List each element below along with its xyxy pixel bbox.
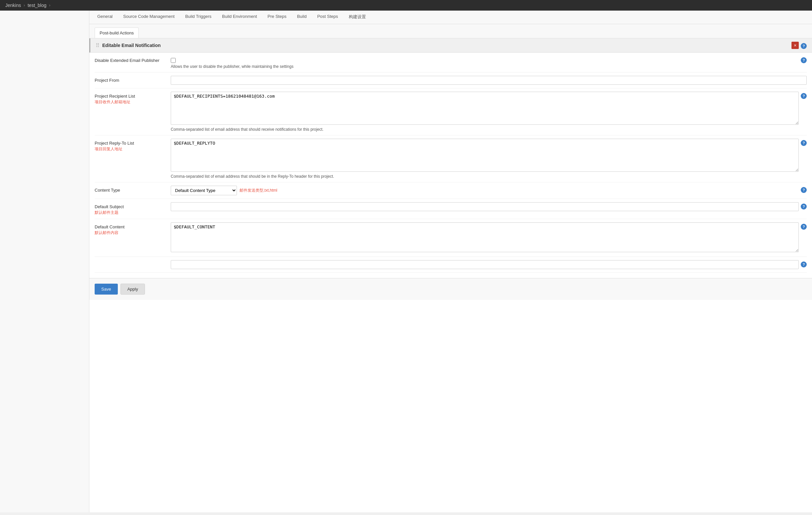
disable-publisher-help-icon[interactable]: ? (801, 57, 807, 63)
project-recipient-list-inner: $DEFAULT_RECIPIENTS=18621048481@163.com … (171, 92, 799, 132)
project-from-label: Project From (95, 78, 166, 83)
project-replyto-list-help-icon[interactable]: ? (801, 140, 807, 146)
default-content-textarea[interactable]: $DEFAULT_CONTENT (171, 222, 799, 252)
section-close-button[interactable]: × (791, 42, 799, 49)
tab-build[interactable]: Build (292, 10, 312, 24)
project-replyto-list-textarea[interactable]: $DEFAULT_REPLYTO (171, 139, 799, 172)
sidebar (0, 10, 89, 512)
content-type-label-col: Content Type (95, 186, 171, 193)
nav-tabs: General Source Code Management Build Tri… (89, 10, 812, 24)
project-recipient-list-annotation: 项目收件人邮箱地址 (95, 99, 166, 105)
tab-build-environment[interactable]: Build Environment (217, 10, 262, 24)
project-recipient-list-row: Project Recipient List 项目收件人邮箱地址 $DEFAUL… (95, 88, 807, 135)
default-subject-label: Default Subject (95, 204, 166, 209)
email-notification-section-header: ⠿ Editable Email Notification × ? (89, 38, 812, 53)
next-section-label-col (95, 260, 171, 262)
project-replyto-list-help-text: Comma-separated list of email address th… (171, 174, 799, 179)
project-replyto-list-row: Project Reply-To List 项目回复人地址 $DEFAULT_R… (95, 135, 807, 182)
project-replyto-list-control-col: $DEFAULT_REPLYTO Comma-separated list of… (171, 139, 807, 179)
next-section-control-col: ? (171, 260, 807, 269)
tab-build-settings[interactable]: 构建设置 (344, 10, 371, 24)
content-type-select-group: Default Content Type HTML Plain Text Bot… (171, 186, 799, 195)
content-type-label: Content Type (95, 188, 166, 193)
project-replyto-list-label-col: Project Reply-To List 项目回复人地址 (95, 139, 171, 152)
disable-publisher-row: Disable Extended Email Publisher Allows … (95, 53, 807, 73)
default-content-control-col: $DEFAULT_CONTENT ? (171, 222, 807, 253)
section-help-icon[interactable]: ? (801, 43, 807, 49)
content-type-help-icon[interactable]: ? (801, 187, 807, 193)
default-subject-annotation: 默认邮件主题 (95, 210, 166, 216)
main-content: General Source Code Management Build Tri… (89, 10, 812, 512)
project-recipient-list-label: Project Recipient List (95, 94, 166, 98)
project-from-inner (171, 76, 807, 85)
project-replyto-list-inner: $DEFAULT_REPLYTO Comma-separated list of… (171, 139, 799, 179)
content-type-select[interactable]: Default Content Type HTML Plain Text Bot… (171, 186, 237, 195)
topbar: Jenkins › test_blog › (0, 0, 812, 10)
save-button[interactable]: Save (95, 284, 118, 294)
default-content-label-col: Default Content 默认邮件内容 (95, 222, 171, 236)
content-type-control-col: Default Content Type HTML Plain Text Bot… (171, 186, 807, 195)
apply-button[interactable]: Apply (120, 284, 145, 294)
tab-post-steps[interactable]: Post Steps (312, 10, 344, 24)
disable-publisher-checkbox[interactable] (171, 58, 176, 63)
disable-publisher-label: Disable Extended Email Publisher (95, 58, 166, 63)
content-type-inner: Default Content Type HTML Plain Text Bot… (171, 186, 799, 195)
disable-publisher-checkbox-row (171, 56, 799, 63)
next-section-input[interactable] (171, 260, 799, 269)
default-subject-inner: $DEFAULT_SUBJECT (171, 202, 799, 211)
default-content-row: Default Content 默认邮件内容 $DEFAULT_CONTENT … (95, 219, 807, 257)
breadcrumb-chevron-2: › (49, 3, 50, 8)
project-recipient-list-control-col: $DEFAULT_RECIPIENTS=18621048481@163.com … (171, 92, 807, 132)
default-subject-label-col: Default Subject 默认邮件主题 (95, 202, 171, 216)
content-type-annotation: 邮件发送类型,txt,html (239, 188, 277, 193)
disable-publisher-label-col: Disable Extended Email Publisher (95, 56, 171, 63)
section-header-left: ⠿ Editable Email Notification (96, 42, 161, 49)
default-content-help-icon[interactable]: ? (801, 224, 807, 230)
drag-handle-icon[interactable]: ⠿ (96, 42, 99, 49)
project-from-row: Project From (95, 73, 807, 88)
tab-build-triggers[interactable]: Build Triggers (180, 10, 217, 24)
project-from-input[interactable] (171, 76, 807, 85)
project-replyto-list-label: Project Reply-To List (95, 141, 166, 146)
next-section-help-icon[interactable]: ? (801, 261, 807, 267)
content-type-row: Content Type Default Content Type HTML P… (95, 182, 807, 199)
project-recipient-list-help-text: Comma-separated list of email address th… (171, 127, 799, 132)
default-subject-input[interactable]: $DEFAULT_SUBJECT (171, 202, 799, 211)
default-content-inner: $DEFAULT_CONTENT (171, 222, 799, 253)
project-recipient-list-label-col: Project Recipient List 项目收件人邮箱地址 (95, 92, 171, 105)
next-section-row: ? (95, 257, 807, 273)
project-recipient-list-textarea[interactable]: $DEFAULT_RECIPIENTS=18621048481@163.com (171, 92, 799, 125)
next-section-inner (171, 260, 799, 269)
tab-pre-steps[interactable]: Pre Steps (262, 10, 292, 24)
section-header-right: × ? (791, 42, 807, 49)
form-body: Disable Extended Email Publisher Allows … (89, 53, 812, 278)
project-name[interactable]: test_blog (27, 3, 46, 8)
default-subject-control-col: $DEFAULT_SUBJECT ? (171, 202, 807, 211)
section-title: Editable Email Notification (102, 43, 161, 48)
default-subject-help-icon[interactable]: ? (801, 204, 807, 209)
bottom-buttons: Save Apply (89, 278, 812, 300)
breadcrumb-chevron-1: › (24, 3, 25, 8)
jenkins-home-link[interactable]: Jenkins (5, 3, 21, 8)
disable-publisher-control-col: Allows the user to disable the publisher… (171, 56, 807, 69)
form-area: ⠿ Editable Email Notification × ? Disabl… (89, 38, 812, 278)
default-content-annotation: 默认邮件内容 (95, 230, 166, 236)
project-from-control-col (171, 76, 807, 85)
disable-publisher-inner: Allows the user to disable the publisher… (171, 56, 799, 69)
tab-general[interactable]: General (92, 10, 118, 24)
project-recipient-list-help-icon[interactable]: ? (801, 93, 807, 99)
section-tabs: Post-build Actions (89, 24, 812, 38)
default-content-label: Default Content (95, 224, 166, 229)
post-build-actions-tab[interactable]: Post-build Actions (95, 27, 139, 38)
project-from-label-col: Project From (95, 76, 171, 83)
default-subject-row: Default Subject 默认邮件主题 $DEFAULT_SUBJECT … (95, 199, 807, 219)
disable-publisher-help-text: Allows the user to disable the publisher… (171, 64, 799, 69)
tab-scm[interactable]: Source Code Management (118, 10, 180, 24)
project-replyto-list-annotation: 项目回复人地址 (95, 146, 166, 152)
